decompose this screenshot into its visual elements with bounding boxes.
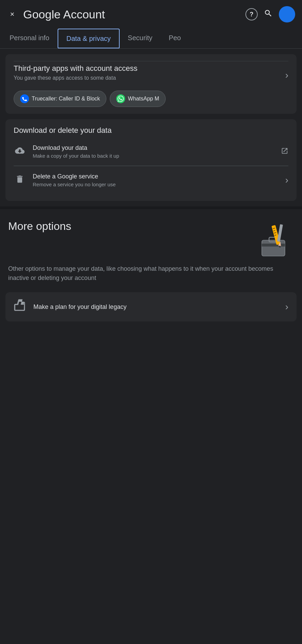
- more-options-header: More options: [8, 220, 294, 257]
- whatsapp-icon: [116, 94, 125, 103]
- close-button[interactable]: ×: [7, 10, 18, 19]
- truecaller-chip[interactable]: Truecaller: Caller ID & Block: [14, 91, 106, 107]
- download-data-item[interactable]: Download your data Make a copy of your d…: [14, 138, 288, 166]
- tab-personal-info[interactable]: Personal info: [1, 29, 58, 48]
- delete-service-left: Delete a Google service Remove a service…: [14, 173, 116, 187]
- download-data-title: Download your data: [33, 144, 119, 152]
- more-options-description: Other options to manage your data, like …: [8, 264, 294, 283]
- app-chips-container: Truecaller: Caller ID & Block WhatsApp M: [14, 91, 288, 107]
- download-data-text: Download your data Make a copy of your d…: [33, 144, 119, 159]
- search-icon[interactable]: [264, 9, 273, 20]
- help-icon[interactable]: ?: [245, 8, 258, 20]
- digital-legacy-left: Make a plan for your digital legacy: [14, 299, 126, 315]
- delete-service-arrow: ›: [285, 175, 288, 186]
- download-delete-title: Download or delete your data: [14, 126, 288, 135]
- hand-icon: [14, 299, 27, 315]
- delete-service-subtitle: Remove a service you no longer use: [33, 182, 116, 187]
- digital-legacy-card[interactable]: Make a plan for your digital legacy ›: [5, 292, 297, 321]
- header: × Google Account ?: [0, 0, 302, 29]
- download-data-left: Download your data Make a copy of your d…: [14, 144, 119, 159]
- tab-data-privacy[interactable]: Data & privacy: [58, 29, 120, 49]
- more-options-illustration: [253, 220, 294, 257]
- whatsapp-label: WhatsApp M: [128, 96, 159, 102]
- main-content: Third-party apps with account access You…: [0, 54, 302, 201]
- top-divider: [14, 61, 288, 61]
- digital-legacy-title: Make a plan for your digital legacy: [33, 303, 126, 311]
- svg-rect-8: [277, 224, 283, 241]
- digital-legacy-arrow: ›: [285, 301, 288, 312]
- header-icons: ?: [245, 6, 295, 22]
- digital-legacy-container: Make a plan for your digital legacy ›: [0, 289, 302, 335]
- more-options-title: More options: [8, 220, 71, 233]
- svg-rect-0: [262, 240, 285, 256]
- truecaller-icon: [20, 94, 29, 103]
- truecaller-label: Truecaller: Caller ID & Block: [32, 96, 100, 102]
- svg-rect-2: [262, 244, 285, 246]
- third-party-arrow: ›: [280, 70, 288, 81]
- tab-security[interactable]: Security: [120, 29, 161, 48]
- delete-service-item[interactable]: Delete a Google service Remove a service…: [14, 166, 288, 194]
- delete-service-title: Delete a Google service: [33, 173, 116, 180]
- download-icon: [14, 146, 26, 158]
- app-title: Google Account: [23, 8, 240, 21]
- download-data-subtitle: Make a copy of your data to back it up: [33, 153, 119, 159]
- avatar[interactable]: [279, 6, 295, 22]
- download-delete-card: Download or delete your data Download yo…: [5, 119, 297, 201]
- more-options-section: More options Other options to manage you…: [0, 209, 302, 289]
- third-party-card: Third-party apps with account access You…: [5, 54, 297, 114]
- trash-icon: [14, 174, 26, 186]
- tab-people[interactable]: Peo: [161, 29, 189, 48]
- third-party-subtitle: You gave these apps access to some data: [14, 75, 137, 81]
- delete-service-text: Delete a Google service Remove a service…: [33, 173, 116, 187]
- external-link-icon: [281, 147, 288, 156]
- whatsapp-chip[interactable]: WhatsApp M: [110, 91, 166, 107]
- third-party-header: Third-party apps with account access You…: [14, 64, 288, 87]
- digital-legacy-text: Make a plan for your digital legacy: [33, 303, 126, 311]
- third-party-title: Third-party apps with account access: [14, 64, 137, 73]
- tabs-bar: Personal info Data & privacy Security Pe…: [0, 29, 302, 49]
- section-separator: [0, 206, 302, 209]
